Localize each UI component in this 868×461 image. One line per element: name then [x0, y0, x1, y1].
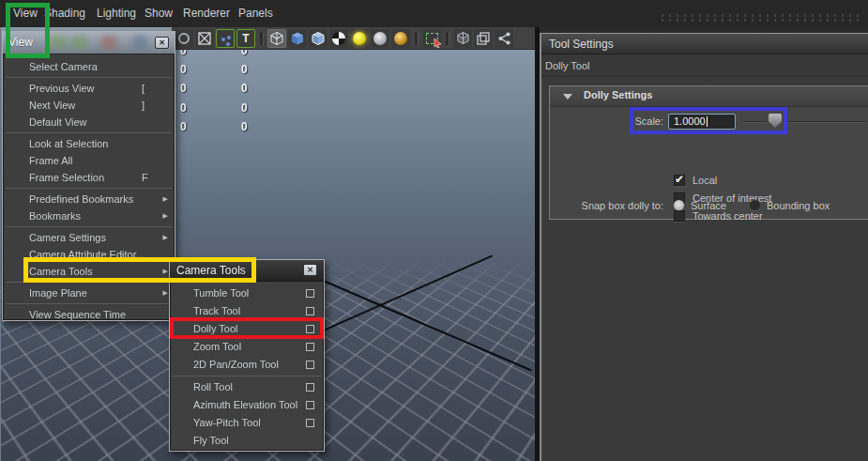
surface-radio-label[interactable]: Surface	[691, 200, 726, 211]
crossed-box-icon[interactable]	[195, 29, 214, 48]
local-checkbox-row[interactable]: Local	[674, 174, 717, 187]
gold-sphere-icon[interactable]	[391, 29, 410, 48]
menu-item-select-camera[interactable]: Select Camera	[3, 58, 175, 75]
hud-count: 0	[241, 120, 248, 133]
shaded-cube-glyph	[290, 31, 305, 46]
hud-count: 0	[180, 82, 187, 95]
snap-box-dolly-label: Snap box dolly to:	[556, 200, 663, 211]
menu-shading[interactable]: Shading	[44, 0, 85, 27]
gray-sphere-icon[interactable]	[371, 29, 389, 48]
menu-renderer[interactable]: Renderer	[183, 0, 230, 27]
menu-view[interactable]: View	[13, 0, 38, 27]
shortcut-label: F	[142, 169, 148, 186]
view-menu-titlebar[interactable]: View	[3, 32, 175, 54]
hud-count: 0	[241, 82, 248, 95]
camera-tools-panel: Camera Tools Tumble Tool Track Tool Doll…	[169, 259, 325, 452]
submenu-arrow-icon: ▶	[163, 229, 168, 246]
option-box-icon[interactable]	[306, 401, 314, 409]
option-box-icon[interactable]	[306, 361, 314, 369]
wireframe-cube-icon[interactable]	[267, 29, 286, 48]
dots-icon[interactable]	[216, 29, 235, 48]
menu-item-frame-selection[interactable]: Frame SelectionF	[3, 169, 175, 186]
surface-radio[interactable]	[674, 200, 684, 210]
menu-item-camera-attribute-editor[interactable]: Camera Attribute Editor...	[3, 246, 175, 263]
light-sphere-icon[interactable]	[350, 29, 369, 48]
menu-item-default-view[interactable]: Default View	[3, 114, 175, 131]
option-box-icon[interactable]	[306, 343, 314, 351]
menu-item-view-sequence-time[interactable]: View Sequence Time	[3, 306, 175, 323]
gold-sphere-glyph	[394, 32, 407, 45]
cube-outline-glyph	[456, 31, 470, 45]
circle-icon[interactable]	[175, 29, 193, 48]
scale-input[interactable]: 1.0000	[668, 114, 736, 130]
option-box-icon[interactable]	[306, 289, 314, 298]
active-tool-name: Dolly Tool	[541, 54, 868, 77]
menu-item-next-view[interactable]: Next View]	[3, 97, 175, 114]
view-menu-list: Select Camera Previous View[ Next View] …	[3, 54, 175, 323]
blurred-icon-blob	[72, 36, 87, 49]
menu-item-fly-tool[interactable]: Fly Tool	[170, 432, 324, 450]
bounding-box-radio[interactable]	[750, 200, 760, 210]
tool-settings-titlebar[interactable]: Tool Settings	[541, 34, 868, 54]
menu-lighting[interactable]: Lighting	[97, 0, 136, 27]
submenu-arrow-icon: ▶	[163, 284, 168, 301]
close-icon[interactable]	[155, 37, 169, 49]
menu-item-bookmarks[interactable]: Bookmarks▶	[3, 207, 175, 224]
menu-item-previous-view[interactable]: Previous View[	[3, 80, 175, 97]
cube-outline-icon[interactable]	[453, 29, 472, 48]
menu-item-yaw-pitch-tool[interactable]: Yaw-Pitch Tool	[170, 414, 324, 432]
menu-item-predefined-bookmarks[interactable]: Predefined Bookmarks▶	[3, 191, 175, 207]
camera-tools-title: Camera Tools	[176, 264, 246, 277]
checker-sphere-icon[interactable]	[329, 29, 348, 48]
menu-item-camera-settings[interactable]: Camera Settings▶	[3, 229, 175, 246]
close-icon[interactable]	[303, 264, 317, 276]
wireframe-cube-glyph	[269, 31, 284, 46]
local-checkbox[interactable]	[674, 175, 685, 186]
camera-tools-titlebar[interactable]: Camera Tools	[170, 260, 324, 282]
shortcut-label: [	[142, 80, 145, 97]
menu-item-look-at-selection[interactable]: Look at Selection	[3, 135, 175, 152]
menu-item-2d-pan-zoom-tool[interactable]: 2D Pan/Zoom Tool	[170, 356, 324, 374]
option-box-icon[interactable]	[306, 307, 314, 315]
towards-center-checkbox[interactable]	[674, 210, 685, 222]
scale-label: Scale:	[560, 115, 663, 127]
scale-slider-track[interactable]	[743, 121, 865, 123]
text-icon[interactable]	[236, 29, 255, 48]
checker-sphere-glyph	[332, 32, 345, 45]
tool-settings-panel: Tool Settings Dolly Tool Dolly Settings …	[540, 33, 868, 461]
hud-count: 0	[241, 63, 248, 76]
menu-item-track-tool[interactable]: Track Tool	[170, 302, 324, 320]
menu-item-tumble-tool[interactable]: Tumble Tool	[170, 284, 324, 302]
shaded-cube-icon[interactable]	[288, 29, 307, 48]
text-caret	[707, 116, 708, 127]
menu-item-dolly-tool[interactable]: Dolly Tool	[170, 320, 324, 338]
menu-item-azimuth-elevation-tool[interactable]: Azimuth Elevation Tool	[170, 396, 324, 414]
menu-item-image-plane[interactable]: Image Plane▶	[3, 284, 175, 301]
option-box-icon[interactable]	[306, 383, 314, 392]
view-menu-panel: View Select Camera Previous View[ Next V…	[2, 31, 175, 321]
overlap-squares-icon[interactable]	[474, 29, 493, 48]
hud-count: 0	[180, 63, 187, 76]
node-graph-icon[interactable]	[495, 29, 513, 48]
blurred-icon-blob	[101, 36, 116, 49]
option-box-icon[interactable]	[306, 419, 314, 427]
blurred-icon-blob	[52, 36, 67, 49]
overlap-squares-glyph	[477, 32, 490, 45]
towards-center-checkbox-row[interactable]: Towards center	[674, 209, 763, 223]
hud-count: 0	[180, 101, 187, 115]
crossed-box-glyph	[198, 32, 211, 45]
menu-item-camera-tools[interactable]: Camera Tools▶	[3, 263, 175, 280]
toolbar-separator	[446, 32, 449, 45]
shortcut-label: ]	[142, 97, 145, 114]
textured-cube-icon[interactable]	[309, 29, 327, 48]
dolly-settings-header[interactable]: Dolly Settings	[550, 86, 868, 107]
menu-item-zoom-tool[interactable]: Zoom Tool	[170, 338, 324, 356]
collapse-arrow-icon	[563, 94, 572, 100]
menu-show[interactable]: Show	[145, 0, 173, 27]
bounding-box-radio-label[interactable]: Bounding box	[767, 200, 830, 211]
selection-box-icon[interactable]	[422, 29, 441, 48]
option-box-icon[interactable]	[306, 325, 314, 333]
menu-item-frame-all[interactable]: Frame All	[3, 152, 175, 169]
menu-panels[interactable]: Panels	[238, 0, 273, 27]
menu-item-roll-tool[interactable]: Roll Tool	[170, 378, 324, 396]
